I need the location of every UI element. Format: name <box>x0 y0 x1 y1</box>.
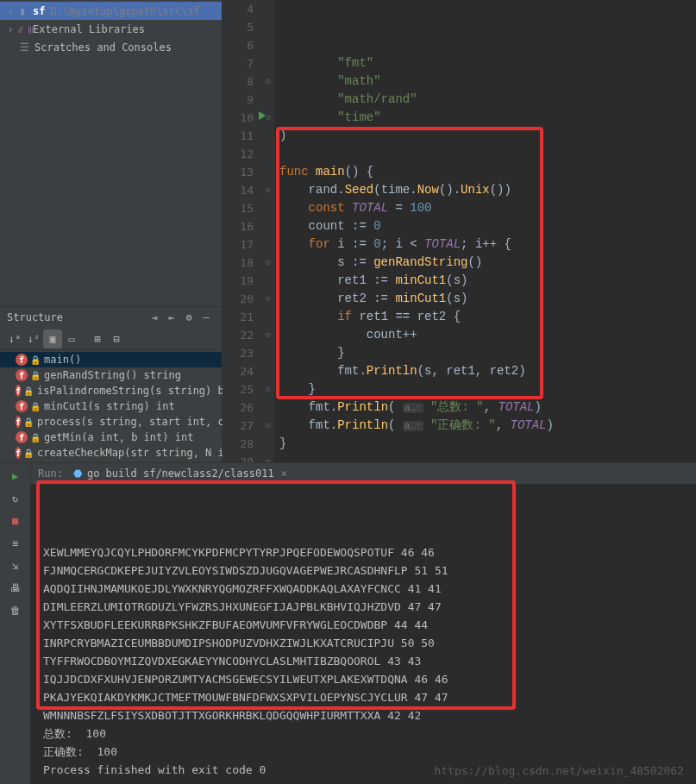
function-badge-icon: f <box>16 369 28 381</box>
structure-item[interactable]: f🔒isPalindromeString(s string) bool <box>0 383 222 398</box>
sort-alpha-desc-icon[interactable]: ↓ᶻ <box>24 329 43 348</box>
function-badge-icon: f <box>16 431 28 443</box>
console-line: INRPCRYBMAZICEUMBBDUMDIPSHODPUZVDHXZIWJL… <box>43 634 684 652</box>
console-line: XEWLMMEYQJCQYLPHDORFMCYKPDFMCPYTYRPJPQEF… <box>43 543 684 561</box>
code-line[interactable]: rand.Seed(time.Now().Unix()) <box>279 181 696 199</box>
code-line[interactable]: } <box>279 435 696 453</box>
chevron-right-icon: › <box>5 23 16 35</box>
scratches-label: Scratches and Consoles <box>34 41 172 53</box>
print-icon[interactable]: 🖶 <box>6 579 25 598</box>
console-output[interactable]: XEWLMMEYQJCQYLPHDORFMCYKPDFMCPYTYRPJPQEF… <box>31 484 696 784</box>
structure-item[interactable]: f🔒minCut1(s string) int <box>0 398 222 414</box>
watermark: https://blog.csdn.net/weixin_48502062 <box>434 764 684 777</box>
hide-icon[interactable]: — <box>198 311 215 323</box>
structure-item[interactable]: f🔒genRandString() string <box>0 367 222 383</box>
function-badge-icon: f <box>16 385 21 397</box>
code-line[interactable]: s := genRandString() <box>279 254 696 272</box>
code-line[interactable]: ret2 := minCut1(s) <box>279 290 696 308</box>
stop-icon[interactable]: ■ <box>6 511 25 530</box>
structure-item-label: createCheckMap(str string, N int) <box>37 447 242 459</box>
close-icon[interactable]: × <box>281 467 287 480</box>
function-badge-icon: f <box>16 400 28 412</box>
console-line: WMNNNBSFZLFSIYSXDBOTJTTXGORKHRBKLQDGQQWH… <box>43 706 684 724</box>
code-line[interactable]: "fmt" <box>279 54 696 72</box>
console-line: 正确数: 100 <box>43 743 684 761</box>
structure-item[interactable]: f🔒createCheckMap(str string, N int) <box>0 445 222 461</box>
code-line[interactable]: ) <box>279 127 696 145</box>
collapse-icon[interactable]: ⇥ <box>146 311 163 323</box>
code-line[interactable]: "math" <box>279 72 696 91</box>
go-icon: ⬣ <box>73 467 82 480</box>
structure-item-label: minCut1(s string) int <box>44 400 175 412</box>
function-badge-icon: f <box>16 354 28 366</box>
code-line[interactable]: fmt.Println( a…: "正确数: ", TOTAL) <box>279 417 696 435</box>
lock-icon: 🔒 <box>23 417 34 427</box>
code-line[interactable] <box>279 145 696 163</box>
code-line[interactable]: } <box>279 344 696 362</box>
lock-icon: 🔒 <box>30 355 41 365</box>
code-line[interactable]: if ret1 == ret2 { <box>279 308 696 326</box>
folder-icon: ▮ <box>16 5 29 17</box>
console-line: XYTFSXBUDFLEEKURRBPKSHKZFBUFAEOMVUMFVFRY… <box>43 616 684 634</box>
chevron-right-icon: › <box>5 5 16 17</box>
run-label: Run: <box>38 467 63 480</box>
filter-icon[interactable]: ▣ <box>43 329 62 348</box>
folder-toggle-icon[interactable]: ▭ <box>62 329 81 348</box>
external-libraries[interactable]: › ⫽⫼ External Libraries <box>0 20 222 38</box>
gear-icon[interactable]: ⚙ <box>180 311 198 323</box>
editor[interactable]: 4567891011121314151617181920212223242526… <box>223 0 696 462</box>
code-line[interactable]: } <box>279 380 696 398</box>
function-badge-icon: f <box>16 416 21 428</box>
code-line[interactable]: fmt.Println(s, ret1, ret2) <box>279 362 696 380</box>
structure-item-label: getMin(a int, b int) int <box>44 431 193 443</box>
pin-icon[interactable]: ⇲ <box>6 556 25 575</box>
code-line[interactable]: ret1 := minCut1(s) <box>279 272 696 290</box>
function-badge-icon: f <box>16 447 21 459</box>
library-icon: ⫽⫼ <box>16 23 29 35</box>
expand-all-icon[interactable]: ⊞ <box>88 329 107 348</box>
lock-icon: 🔒 <box>23 448 34 458</box>
structure-item-label: isPalindromeString(s string) bool <box>37 385 242 397</box>
structure-title: Structure <box>7 311 146 323</box>
structure-item[interactable]: f🔒main() <box>0 352 222 367</box>
run-panel: ▶ ↻ ■ ≡ ⇲ 🖶 🗑 Run: ⬣ go build sf/newclas… <box>0 462 696 784</box>
code-line[interactable]: count := 0 <box>279 217 696 235</box>
code-line[interactable]: "math/rand" <box>279 91 696 109</box>
expand-icon[interactable]: ⇤ <box>163 311 180 323</box>
lock-icon: 🔒 <box>30 371 41 380</box>
code-line[interactable]: "time" <box>279 109 696 127</box>
structure-item[interactable]: f🔒process(s string, start int, cut int) … <box>0 414 222 430</box>
code-line[interactable]: const TOTAL = 100 <box>279 199 696 217</box>
project-root-path: D:\mysetup\gopath\src\sf <box>50 5 199 17</box>
project-root-name: sf <box>33 5 45 17</box>
run-icon[interactable]: ▶ <box>6 467 25 486</box>
run-tab-title[interactable]: go build sf/newclass2/class011 <box>87 467 274 480</box>
rerun-icon[interactable]: ↻ <box>6 489 25 508</box>
trash-icon[interactable]: 🗑 <box>6 601 25 620</box>
code-line[interactable] <box>279 453 696 462</box>
scratches[interactable]: ☰ Scratches and Consoles <box>0 38 222 56</box>
lock-icon: 🔒 <box>30 402 41 411</box>
console-line: PKAJYEKQIAKDYKMKJCTMEFTMOUWFBNFDFWXSXPVI… <box>43 688 684 706</box>
structure-item-label: genRandString() string <box>44 369 181 381</box>
code-line[interactable]: for i := 0; i < TOTAL; i++ { <box>279 235 696 254</box>
lock-icon: 🔒 <box>23 386 34 396</box>
project-root[interactable]: › ▮ sf D:\mysetup\gopath\src\sf <box>0 2 222 20</box>
lock-icon: 🔒 <box>30 433 41 442</box>
console-line: DIMLEERZLUMIOTRGDUZLYFWZRSJHXUNEGFIJAJPB… <box>43 598 684 616</box>
structure-item[interactable]: f🔒getMin(a int, b int) int <box>0 430 222 445</box>
code-line[interactable]: func main() { <box>279 163 696 181</box>
structure-panel: Structure ⇥ ⇤ ⚙ — ↓ᵃ ↓ᶻ ▣ ▭ ⊞ ⊟ f🔒main()… <box>0 306 222 462</box>
console-line: AQDQIIHNJMAMUKOEJDLYWXKNRYQGMOZRFFXWQADD… <box>43 580 684 598</box>
code-line[interactable]: fmt.Println( a…: "总数: ", TOTAL) <box>279 398 696 417</box>
collapse-all-icon[interactable]: ⊟ <box>107 329 126 348</box>
run-gutter-icon[interactable] <box>259 111 266 120</box>
layout-icon[interactable]: ≡ <box>6 534 25 553</box>
console-line: TYFFRWOCDBOYMIZQVDXEGKAEYYNCODHYCLASLMHT… <box>43 652 684 670</box>
structure-item-label: main() <box>44 354 81 366</box>
sort-alpha-asc-icon[interactable]: ↓ᵃ <box>5 329 24 348</box>
console-line: IQJJDCDXFXUHVJENPORZUMTYACMSGEWECSYILWEU… <box>43 670 684 688</box>
console-line: FJNMQCERGCDKEPEJUIYZVLEOYSIWDSZDJUGQVAGE… <box>43 561 684 580</box>
code-line[interactable]: count++ <box>279 326 696 344</box>
scratches-icon: ☰ <box>17 41 31 53</box>
